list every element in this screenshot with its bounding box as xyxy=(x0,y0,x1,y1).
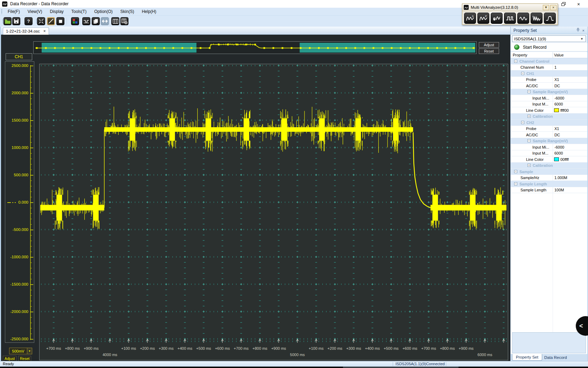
x-tick-label: +300 ms xyxy=(159,346,174,350)
property-value: DC xyxy=(554,133,560,137)
menu-item-option[interactable]: Option(O) xyxy=(90,8,117,15)
property-group-calibration[interactable]: +Calibration xyxy=(511,114,587,120)
property-row-ac-dc[interactable]: AC/DCDC xyxy=(511,83,587,89)
spectrum-p-icon[interactable]: P xyxy=(477,13,489,24)
menu-grip[interactable] xyxy=(1,9,2,14)
color-settings-icon[interactable] xyxy=(71,17,79,25)
property-row-line-color[interactable]: Line Colorffff00 xyxy=(511,107,587,114)
waveform-plot[interactable]: +700 ms+800 ms+900 ms4000 ms+100 ms+200 … xyxy=(39,64,508,360)
y-tick-label: -2500.000 xyxy=(4,337,28,341)
overview-adjust-button[interactable]: Adjust xyxy=(479,42,499,48)
center-view-icon[interactable] xyxy=(37,17,45,25)
smooth-pulse-icon[interactable] xyxy=(544,13,556,24)
x-major-label: 6000 ms xyxy=(477,353,492,357)
open-file-icon[interactable] xyxy=(4,17,12,25)
property-row-sample-length[interactable]: Sample Length100M xyxy=(511,187,587,193)
svg-text:P: P xyxy=(485,15,487,18)
analyzer-title-bar[interactable]: Multi VirAnalyzer(3.12.8.0) ▼ × xyxy=(462,4,558,11)
document-tab[interactable]: 1-22+21-32-34.osc × xyxy=(3,27,49,35)
property-row-input-mi-[interactable]: Input Mi...-6000 xyxy=(511,144,587,150)
expander-icon[interactable]: − xyxy=(514,182,517,185)
property-row-input-m-[interactable]: Input M...6000 xyxy=(511,101,587,108)
pin-icon[interactable] xyxy=(576,28,580,33)
property-group-ch1[interactable]: −CH1 xyxy=(511,70,587,77)
menu-item-file[interactable]: File(F) xyxy=(4,8,24,15)
line-color-swatch[interactable] xyxy=(554,157,559,161)
property-value: 6000 xyxy=(554,151,563,155)
menu-item-skin[interactable]: Skin(S) xyxy=(117,8,138,15)
property-row-probe[interactable]: ProbeX1 xyxy=(511,77,587,83)
menu-item-display[interactable]: Display xyxy=(46,8,67,15)
close-window-icon[interactable]: × xyxy=(574,1,583,7)
expander-icon[interactable]: − xyxy=(527,139,531,142)
volt-range-dropdown-icon[interactable]: ▼ xyxy=(27,348,32,354)
property-row-input-mi-[interactable]: Input Mi...-6000 xyxy=(511,95,587,101)
copy-page-icon[interactable] xyxy=(92,17,100,25)
scale-reset-button[interactable]: Reset xyxy=(18,356,31,361)
panel-tab-bar: Property SetData Record xyxy=(511,354,587,361)
square-wave-icon[interactable] xyxy=(504,13,516,24)
x-tick-label: +400 ms xyxy=(365,346,380,350)
window-title: Data Recorder - Data Recorder xyxy=(10,1,69,6)
property-label: Input Mi... xyxy=(532,96,549,100)
property-group-channel-control[interactable]: −Channel Control xyxy=(511,58,587,64)
waveform-canvas xyxy=(40,64,508,360)
property-row-input-m-[interactable]: Input M...6000 xyxy=(511,150,587,157)
property-group-ch2[interactable]: −CH2 xyxy=(511,120,587,126)
restore-window-icon[interactable] xyxy=(559,1,568,7)
property-group-sample-range-mv-[interactable]: −Sample Range(mV) xyxy=(511,89,587,95)
expander-icon[interactable]: − xyxy=(514,170,517,173)
analyzer-dropdown-icon[interactable]: ▼ xyxy=(543,5,549,10)
record-wave-icon[interactable] xyxy=(491,13,503,24)
device-select[interactable]: ISDS205A(1.1)(9) ▼ xyxy=(512,35,586,42)
stop-icon[interactable] xyxy=(56,17,64,25)
panel-tab-data-record[interactable]: Data Record xyxy=(541,354,570,361)
menu-item-view[interactable]: View(V) xyxy=(24,8,46,15)
tab-close-icon[interactable]: × xyxy=(43,29,46,34)
y-tick-label: 1500.000 xyxy=(4,118,28,122)
column-add-icon[interactable] xyxy=(120,17,128,25)
scale-adjust-button[interactable]: Adjust xyxy=(3,356,16,361)
save-file-icon[interactable] xyxy=(12,17,20,25)
property-group-calibration[interactable]: +Calibration xyxy=(511,163,587,169)
property-row-line-color[interactable]: Line Color00ffff xyxy=(511,156,587,163)
help-icon[interactable]: ? xyxy=(24,17,33,25)
panel-close-icon[interactable]: × xyxy=(582,28,584,33)
expander-icon[interactable]: + xyxy=(527,164,531,167)
start-record-button[interactable]: Start Record xyxy=(511,43,587,52)
menu-item-help[interactable]: Help(H) xyxy=(138,8,160,15)
decay-wave-icon[interactable] xyxy=(531,13,542,24)
y-tick-label: -1000.000 xyxy=(4,255,28,259)
property-row-ac-dc[interactable]: AC/DCDC xyxy=(511,132,587,138)
property-panel-title: Property Set xyxy=(513,28,576,33)
level-adjust-icon[interactable] xyxy=(82,17,90,25)
expander-icon[interactable]: − xyxy=(514,60,517,63)
horizontal-expand-icon[interactable] xyxy=(101,17,109,25)
volt-range-select[interactable]: 500mV ▼ xyxy=(9,348,32,354)
panel-tab-property-set[interactable]: Property Set xyxy=(512,354,542,361)
dual-wave-icon[interactable] xyxy=(517,13,529,24)
line-color-swatch[interactable] xyxy=(554,108,559,112)
column-view-icon[interactable] xyxy=(111,17,119,25)
menu-item-tools[interactable]: Tools(T) xyxy=(68,8,90,15)
expander-icon[interactable]: − xyxy=(521,121,524,124)
y-tick-label: -500.000 xyxy=(4,227,28,232)
property-row-sample-hz[interactable]: Sample/Hz1.000M xyxy=(511,175,587,181)
expander-icon[interactable]: − xyxy=(521,72,524,75)
group-label: Sample Length xyxy=(519,182,547,186)
analyzer-toolbox-window[interactable]: Multi VirAnalyzer(3.12.8.0) ▼ × SP xyxy=(462,4,558,25)
line-style-icon[interactable] xyxy=(47,17,55,25)
property-row-channel-num[interactable]: Channel Num1 xyxy=(511,64,587,71)
property-row-probe[interactable]: ProbeX1 xyxy=(511,126,587,132)
analyzer-close-icon[interactable]: × xyxy=(550,5,556,10)
expander-icon[interactable]: − xyxy=(527,90,531,93)
spectrum-s-icon[interactable]: S xyxy=(464,13,476,24)
expander-icon[interactable]: + xyxy=(527,115,531,118)
svg-text:S: S xyxy=(472,15,474,18)
record-overview-bar[interactable] xyxy=(33,41,477,54)
property-group-sample[interactable]: −Sample xyxy=(511,169,587,175)
property-value: DC xyxy=(554,84,560,88)
property-group-sample-length[interactable]: −Sample Length xyxy=(511,181,587,187)
property-group-sample-range-mv-[interactable]: −Sample Range(mV) xyxy=(511,138,587,144)
overview-reset-button[interactable]: Reset xyxy=(479,48,499,54)
